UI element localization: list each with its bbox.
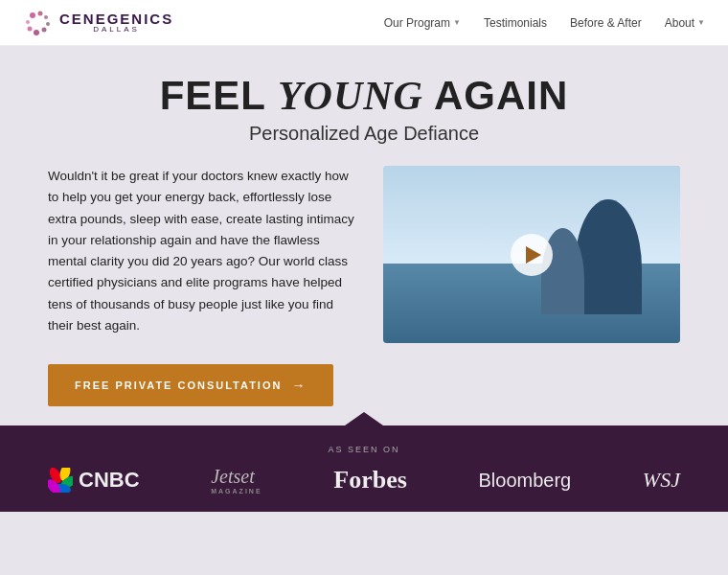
notch-decoration <box>345 412 383 426</box>
hero-subheadline: Personalized Age Defiance <box>48 123 680 145</box>
peacock-icon <box>48 468 73 493</box>
media-logos-row: CNBC Jetset MAGAZINE Forbes Bloomberg WS… <box>48 466 680 494</box>
media-bar: AS SEEN ON CNBC Jetset MAGAZINE <box>0 426 728 512</box>
nav-item-about[interactable]: About ▼ <box>665 16 705 30</box>
cnbc-label: CNBC <box>79 468 140 493</box>
content-row: Wouldn't it be great if your doctors kne… <box>48 166 680 343</box>
svg-point-7 <box>26 20 30 24</box>
chevron-down-icon: ▼ <box>697 18 705 27</box>
wsj-label: WSJ <box>643 468 680 493</box>
jetset-label: Jetset <box>211 466 255 487</box>
jetset-logo: Jetset MAGAZINE <box>211 466 262 494</box>
play-button[interactable] <box>511 234 553 276</box>
nav-menu: Our Program ▼ Testimonials Before & Afte… <box>384 16 705 30</box>
svg-point-3 <box>46 22 50 26</box>
wsj-logo: WSJ <box>643 468 680 493</box>
svg-point-0 <box>30 12 35 18</box>
forbes-logo: Forbes <box>333 466 407 494</box>
arrow-icon: → <box>291 378 307 393</box>
logo-icon <box>23 8 54 38</box>
cnbc-logo: CNBC <box>48 468 140 493</box>
logo[interactable]: CENEGENICS DALLAS <box>23 8 173 38</box>
svg-point-1 <box>38 11 43 15</box>
footer-spacer <box>0 512 728 550</box>
svg-point-4 <box>42 27 47 32</box>
cta-area: FREE PRIVATE CONSULTATION → <box>48 364 680 406</box>
logo-name: CENEGENICS <box>59 12 173 26</box>
chevron-down-icon: ▼ <box>453 18 461 27</box>
bloomberg-logo: Bloomberg <box>478 470 571 492</box>
navigation: CENEGENICS DALLAS Our Program ▼ Testimon… <box>0 0 728 46</box>
hero-section: FEEL YOUNG AGAIN Personalized Age Defian… <box>0 46 728 426</box>
nav-item-before-after[interactable]: Before & After <box>570 16 642 30</box>
nav-item-program[interactable]: Our Program ▼ <box>384 16 461 30</box>
nav-item-testimonials[interactable]: Testimonials <box>484 16 547 30</box>
svg-point-2 <box>44 15 48 19</box>
svg-point-6 <box>28 26 33 31</box>
forbes-label: Forbes <box>333 466 407 494</box>
hero-body-text: Wouldn't it be great if your doctors kne… <box>48 166 354 336</box>
svg-point-5 <box>34 30 39 35</box>
as-seen-on-label: AS SEEN ON <box>48 445 680 454</box>
hero-headline: FEEL YOUNG AGAIN <box>48 73 680 119</box>
play-icon <box>526 246 541 264</box>
jetset-sublabel: MAGAZINE <box>211 488 262 494</box>
free-consultation-button[interactable]: FREE PRIVATE CONSULTATION → <box>48 364 333 406</box>
logo-location: DALLAS <box>59 26 173 34</box>
video-thumbnail[interactable] <box>383 166 680 343</box>
bloomberg-label: Bloomberg <box>478 470 571 492</box>
